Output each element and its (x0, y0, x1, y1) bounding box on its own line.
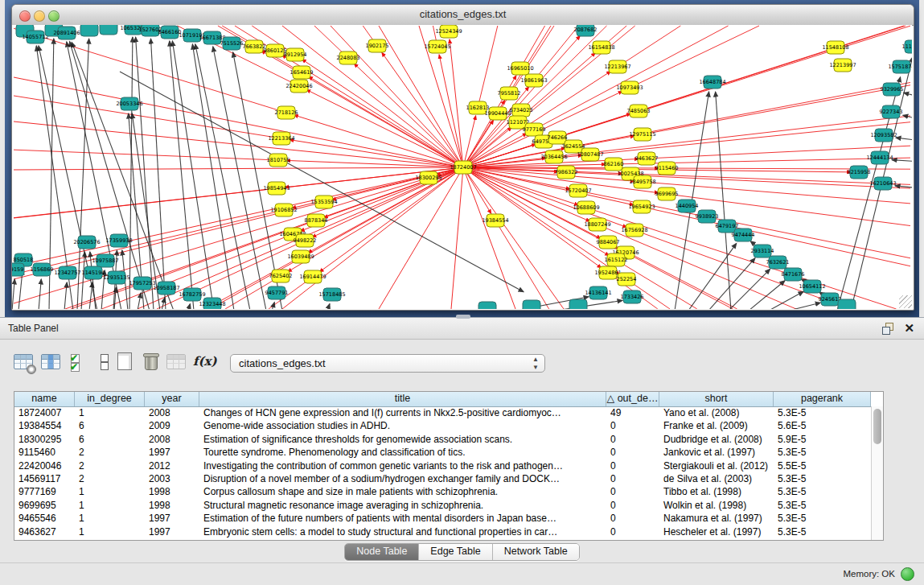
table-cell[interactable]: 0 (606, 459, 659, 472)
table-cell[interactable]: 5.5E-5 (774, 459, 871, 472)
graph-node[interactable]: 8215958 (848, 166, 871, 179)
table-cell[interactable]: Jankovic et al. (1997) (659, 446, 774, 459)
graph-node[interactable]: 2718126 (275, 106, 298, 119)
memory-status-indicator-icon[interactable] (901, 567, 914, 581)
citation-edge-black[interactable] (188, 304, 190, 309)
graph-node[interactable]: 1145194 (82, 266, 105, 279)
graph-node[interactable]: 19384554 (482, 214, 508, 227)
tab-edge-table[interactable]: Edge Table (419, 544, 492, 560)
table-cell[interactable]: Tourette syndrome. Phenomenology and cla… (199, 446, 606, 459)
graph-node[interactable]: 10975887 (92, 254, 118, 267)
citation-edge-black[interactable] (12, 279, 14, 309)
graph-node[interactable]: 19654923 (628, 200, 655, 213)
graph-node[interactable]: 1810755 (267, 154, 290, 167)
table-cell[interactable]: 6 (75, 419, 145, 432)
citation-edge-black[interactable] (162, 298, 165, 309)
graph-node[interactable]: 14136141 (585, 286, 611, 299)
graph-node[interactable]: 9938923 (696, 210, 719, 223)
graph-node[interactable]: 20053346 (116, 97, 142, 110)
citation-edge-black[interactable] (89, 282, 92, 309)
table-cell[interactable]: 5.3E-5 (774, 406, 871, 419)
table-cell[interactable]: de Silva et al. (2003) (659, 472, 774, 485)
network-canvas[interactable]: 1872400718300295193845547663822986012589… (12, 25, 912, 309)
table-cell[interactable]: Franke et al. (2009) (659, 419, 774, 432)
graph-node[interactable]: 252254 (617, 273, 637, 286)
table-cell[interactable]: 2012 (145, 459, 199, 472)
table-cell[interactable]: 5.3E-5 (774, 485, 871, 498)
table-cell[interactable]: Estimation of significance thresholds fo… (199, 433, 606, 446)
table-cell[interactable]: Yano et al. (2008) (659, 406, 774, 419)
table-cell[interactable]: 1 (75, 485, 145, 498)
graph-node[interactable]: 19854943 (263, 182, 290, 195)
graph-node[interactable]: 20206576 (73, 236, 100, 249)
table-cell[interactable]: Structural magnetic resonance image aver… (199, 499, 606, 512)
graph-node[interactable]: 16782759 (179, 288, 205, 301)
table-cell[interactable]: 9699695 (14, 499, 75, 512)
citation-edge-black[interactable] (556, 300, 622, 309)
table-cell[interactable]: 1998 (145, 499, 199, 512)
graph-node[interactable]: 1733426 (621, 290, 644, 303)
graph-node[interactable]: 7485063 (627, 105, 651, 117)
graph-node[interactable]: 9474444 (732, 229, 755, 241)
graph-node[interactable]: 12213967 (604, 60, 630, 73)
graph-node[interactable]: 2248083 (337, 51, 360, 64)
graph-node[interactable] (100, 25, 117, 35)
table-cell[interactable]: 2 (75, 472, 145, 485)
graph-node[interactable]: 10654112 (799, 280, 825, 293)
table-cell[interactable]: Investigating the contribution of common… (199, 459, 606, 472)
graph-node[interactable]: 9457791 (265, 286, 289, 299)
table-cell[interactable]: 5.3E-5 (774, 446, 871, 459)
table-cell[interactable]: 2008 (145, 433, 199, 446)
delete-table-icon[interactable] (140, 351, 162, 373)
graph-node[interactable]: 1654619 (290, 66, 314, 79)
table-cell[interactable]: Embryonic stem cells: a model to study s… (199, 525, 606, 538)
citation-edge-black[interactable] (327, 303, 330, 309)
graph-node[interactable]: 12975115 (629, 128, 655, 141)
table-cell[interactable]: 9115460 (14, 446, 75, 459)
graph-node[interactable]: 7515526 (220, 37, 244, 50)
table-row[interactable]: 1872400712008Changes of HCN gene express… (14, 406, 871, 419)
citation-edge-black[interactable] (896, 138, 912, 141)
table-cell[interactable]: 2 (75, 446, 145, 459)
table-scrollbar[interactable] (871, 406, 883, 540)
column-header-pagerank[interactable]: pagerank (774, 392, 871, 406)
graph-node[interactable]: 15751874 (888, 60, 912, 73)
citation-edge-black[interactable] (769, 291, 803, 309)
table-cell[interactable]: 0 (606, 485, 659, 498)
graph-node[interactable]: 1117195 (902, 40, 912, 53)
graph-node[interactable]: 1902175 (366, 39, 389, 52)
table-cell[interactable]: 5.6E-5 (774, 419, 871, 432)
table-row[interactable]: 946362711997Embryonic stem cells: a mode… (14, 525, 871, 538)
close-panel-icon[interactable]: ✕ (904, 321, 914, 336)
table-cell[interactable]: 1998 (145, 485, 199, 498)
graph-node[interactable]: 15718485 (318, 288, 345, 301)
graph-node[interactable]: 9115460 (655, 162, 679, 175)
citation-edge-red[interactable] (294, 115, 463, 167)
graph-node[interactable]: 1615122 (605, 253, 628, 266)
citation-edge-black[interactable] (138, 293, 141, 309)
import-table-icon[interactable] (166, 351, 188, 373)
table-cell[interactable]: 2008 (145, 406, 199, 419)
graph-node[interactable]: 9699695 (655, 187, 679, 200)
network-window[interactable]: citations_edges.txt 18724007183002951938… (11, 4, 914, 311)
table-cell[interactable]: 0 (606, 512, 659, 525)
table-cell[interactable]: 0 (606, 525, 659, 538)
table-cell[interactable]: 22420046 (14, 459, 75, 472)
graph-node[interactable]: 8912954 (284, 48, 307, 61)
table-cell[interactable]: 2 (75, 459, 145, 472)
graph-node[interactable]: 2087682 (574, 25, 598, 36)
table-cell[interactable]: 1 (75, 499, 145, 512)
citation-edge-red[interactable] (286, 160, 463, 167)
table-cell[interactable]: Corpus callosum shape and size in male p… (199, 485, 606, 498)
select-columns-icon[interactable] (40, 351, 63, 373)
table-cell[interactable]: Wolkin et al. (1998) (659, 499, 774, 512)
graph-node[interactable]: 16648784 (699, 76, 725, 89)
table-cell[interactable]: 2003 (145, 472, 199, 485)
graph-node[interactable]: 12213364 (268, 132, 294, 145)
table-cell[interactable]: 0 (606, 433, 659, 446)
table-cell[interactable]: 0 (606, 499, 659, 512)
graph-node[interactable]: 862160 (604, 158, 624, 171)
table-cell[interactable]: 9463627 (14, 525, 75, 538)
graph-node[interactable]: 7955812 (498, 87, 521, 100)
table-cell[interactable]: Stergiakouli et al. (2012) (659, 459, 774, 472)
